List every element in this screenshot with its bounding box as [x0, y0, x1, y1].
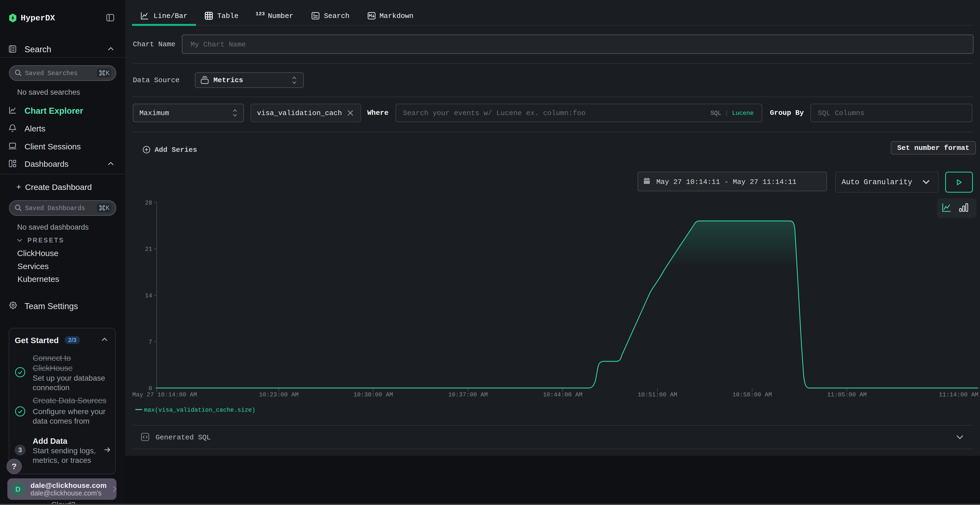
svg-text:10:44:00 AM: 10:44:00 AM [543, 392, 582, 399]
svg-text:0: 0 [149, 385, 152, 392]
svg-text:10:37:00 AM: 10:37:00 AM [448, 392, 488, 399]
svg-text:10:51:00 AM: 10:51:00 AM [638, 392, 677, 399]
svg-text:max(visa_validation_cache.size: max(visa_validation_cache.size) [144, 407, 255, 414]
svg-text:7: 7 [149, 339, 152, 346]
svg-text:21: 21 [145, 246, 152, 253]
svg-text:28: 28 [145, 200, 152, 206]
svg-text:10:23:00 AM: 10:23:00 AM [259, 392, 298, 399]
svg-text:14: 14 [145, 292, 152, 299]
svg-text:10:30:00 AM: 10:30:00 AM [353, 392, 393, 399]
svg-text:11:14:00 AM: 11:14:00 AM [939, 392, 978, 399]
svg-text:10:58:00 AM: 10:58:00 AM [732, 392, 772, 399]
svg-text:11:05:00 AM: 11:05:00 AM [827, 392, 867, 399]
svg-text:May 27 10:14:00 AM: May 27 10:14:00 AM [132, 392, 197, 399]
